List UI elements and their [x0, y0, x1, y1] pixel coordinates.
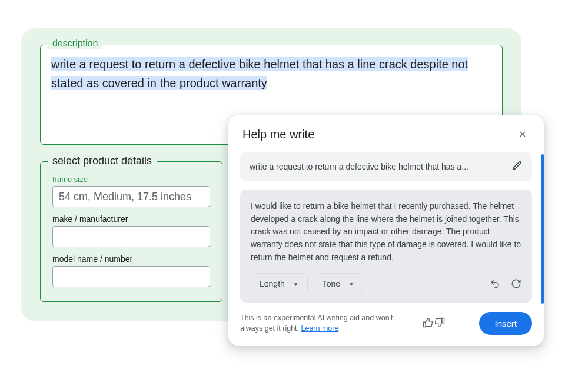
refresh-icon[interactable] [511, 278, 521, 289]
popup-footer: This is an experimental AI writing aid a… [228, 303, 544, 346]
chevron-down-icon: ▼ [348, 281, 354, 287]
disclaimer-text: This is an experimental AI writing aid a… [240, 313, 417, 334]
tone-chip-label: Tone [323, 279, 340, 288]
product-details-fieldset: select product details frame size make /… [40, 161, 222, 302]
refine-chips: Length ▼ Tone ▼ [251, 273, 363, 294]
thumbs-up-icon[interactable] [423, 317, 433, 330]
help-me-write-popup: Help me write write a request to return … [228, 115, 544, 346]
response-box: I would like to return a bike helmet tha… [240, 190, 532, 303]
popup-header: Help me write [228, 115, 544, 144]
edit-icon[interactable] [512, 160, 523, 173]
make-label: make / manufacturer [52, 214, 210, 224]
model-label: model name / number [52, 254, 210, 264]
response-action-icons [490, 278, 521, 289]
description-legend: description [48, 38, 102, 49]
feedback-thumbs [423, 317, 445, 330]
frame-size-label: frame size [52, 175, 210, 184]
popup-title: Help me write [242, 128, 314, 141]
description-textarea[interactable]: write a request to return a defective bi… [51, 55, 491, 92]
length-chip-label: Length [260, 279, 285, 288]
tone-chip[interactable]: Tone ▼ [314, 273, 363, 294]
undo-icon[interactable] [490, 278, 500, 289]
scroll-accent-bar [541, 154, 544, 304]
learn-more-link[interactable]: Learn more [301, 324, 339, 333]
prompt-row[interactable]: write a request to return a defective bi… [240, 152, 532, 181]
close-icon[interactable] [516, 127, 530, 141]
description-selected-text: write a request to return a defective bi… [51, 57, 468, 90]
response-controls: Length ▼ Tone ▼ [251, 273, 521, 294]
disclaimer-wrap: This is an experimental AI writing aid a… [240, 313, 445, 334]
make-input[interactable] [52, 226, 210, 247]
model-input[interactable] [52, 266, 210, 287]
response-text: I would like to return a bike helmet tha… [251, 200, 521, 264]
product-details-legend: select product details [48, 155, 157, 167]
chevron-down-icon: ▼ [293, 281, 299, 287]
thumbs-down-icon[interactable] [434, 317, 445, 330]
response-container: I would like to return a bike helmet tha… [240, 190, 532, 303]
frame-size-input[interactable] [52, 186, 210, 207]
insert-button[interactable]: Insert [479, 312, 532, 335]
length-chip[interactable]: Length ▼ [251, 273, 308, 294]
prompt-text: write a request to return a defective bi… [250, 162, 505, 171]
